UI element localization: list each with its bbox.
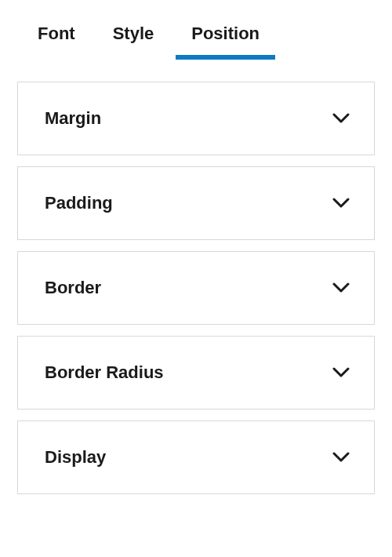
panel-padding[interactable]: Padding bbox=[17, 166, 375, 240]
tab-style[interactable]: Style bbox=[113, 24, 154, 58]
tabs-container: Font Style Position bbox=[0, 0, 392, 58]
panel-label: Border bbox=[45, 278, 101, 298]
panel-border-radius[interactable]: Border Radius bbox=[17, 336, 375, 410]
tab-position[interactable]: Position bbox=[191, 24, 260, 58]
panels-container: Margin Padding Border Border Radius Disp… bbox=[0, 58, 392, 494]
panel-border[interactable]: Border bbox=[17, 251, 375, 325]
chevron-down-icon bbox=[332, 109, 350, 128]
tab-font[interactable]: Font bbox=[38, 24, 75, 58]
panel-label: Display bbox=[45, 447, 106, 468]
chevron-down-icon bbox=[332, 194, 350, 213]
chevron-down-icon bbox=[332, 363, 350, 382]
chevron-down-icon bbox=[332, 278, 350, 297]
panel-margin[interactable]: Margin bbox=[17, 82, 375, 155]
panel-label: Padding bbox=[45, 193, 113, 213]
panel-label: Border Radius bbox=[45, 362, 164, 383]
chevron-down-icon bbox=[332, 448, 350, 467]
panel-label: Margin bbox=[45, 108, 101, 129]
panel-display[interactable]: Display bbox=[17, 420, 375, 494]
